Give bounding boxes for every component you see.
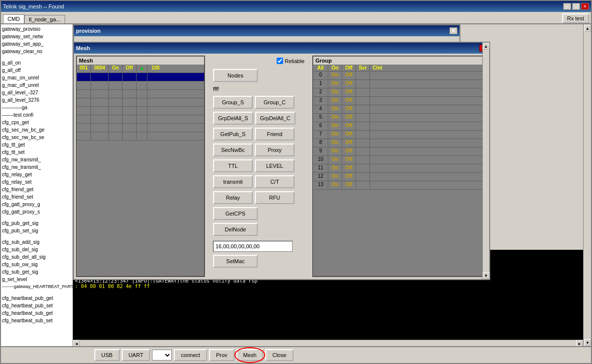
left-panel-item[interactable]: cfg_sub_ow_sig <box>2 261 72 268</box>
group-row[interactable]: 13 On Off <box>313 181 486 190</box>
left-panel-item[interactable]: cfg_heartbeat_pub_set <box>2 302 72 309</box>
friend-button[interactable]: Friend <box>255 128 295 141</box>
tab-cmd[interactable]: CMD <box>3 14 24 23</box>
group-row[interactable]: 0 On Off <box>313 72 486 80</box>
left-panel-item[interactable]: cfg_pub_set_sig <box>2 227 72 234</box>
group-cell-off[interactable]: Off <box>342 156 356 164</box>
group-row[interactable]: 8 On Off <box>313 139 486 147</box>
group-row[interactable]: 3 On Off <box>313 97 486 105</box>
group-cell-on[interactable]: On <box>328 122 342 130</box>
group-c-button[interactable]: Group_C <box>255 96 295 109</box>
group-cell-off[interactable]: Off <box>342 147 356 155</box>
proxy-button[interactable]: Proxy <box>255 144 295 156</box>
reliable-checkbox[interactable] <box>277 58 283 64</box>
group-cell-on[interactable]: On <box>328 173 342 181</box>
group-cell-on[interactable]: On <box>328 147 342 155</box>
group-cell-on[interactable]: On <box>328 181 342 189</box>
group-cell-on[interactable]: On <box>328 114 342 122</box>
left-panel-item[interactable]: g_all_level_3276 <box>2 96 72 104</box>
mesh-row[interactable] <box>77 115 204 124</box>
rx-test-button[interactable]: Rx test <box>562 13 589 23</box>
left-panel-item[interactable]: g_all_off <box>2 67 72 74</box>
group-cell-off[interactable]: Off <box>342 114 356 122</box>
left-panel-item[interactable]: cfg_cps_get <box>2 119 72 126</box>
ttl-button[interactable]: TTL <box>213 159 253 172</box>
group-cell-on[interactable]: On <box>328 97 342 105</box>
close-button[interactable]: ✕ <box>581 3 589 10</box>
left-panel-item[interactable]: g_set_level <box>2 276 72 283</box>
group-cell-on[interactable]: On <box>328 156 342 164</box>
left-panel-item[interactable]: cfg_sub_get_sig <box>2 268 72 276</box>
left-panel-item[interactable]: cfg_sec_nw_bc_se <box>2 134 72 141</box>
group-cell-off[interactable]: Off <box>342 181 356 189</box>
group-s-button[interactable]: Group_S <box>213 96 253 109</box>
group-row[interactable]: 5 On Off <box>313 114 486 122</box>
mesh-row[interactable] <box>77 107 204 115</box>
left-panel-item[interactable]: cfg_nw_transmit_ <box>2 163 72 171</box>
right-scroll-down[interactable]: ▼ <box>584 339 591 346</box>
grp-del-all-c-button[interactable]: GrpDelAll_C <box>255 112 296 125</box>
right-scroll-up[interactable]: ▲ <box>584 25 591 32</box>
left-panel-item[interactable]: g_all_level_-327 <box>2 89 72 96</box>
grp-del-all-s-button[interactable]: GrpDelAll_S <box>213 112 253 125</box>
scroll-up-btn[interactable]: ▲ <box>483 43 490 50</box>
group-cell-off[interactable]: Off <box>342 72 356 79</box>
left-panel-item[interactable]: gateway_set_app_ <box>2 40 72 48</box>
left-panel-item[interactable]: cfg_pub_get_sig <box>2 219 72 227</box>
mesh-row[interactable] <box>77 90 204 98</box>
group-row[interactable]: 9 On Off <box>313 147 486 156</box>
relay-button[interactable]: Relay <box>213 191 253 204</box>
left-panel-item[interactable]: cfg_ttl_set <box>2 148 72 156</box>
group-cell-on[interactable]: On <box>328 139 342 147</box>
group-row[interactable]: 11 On Off <box>313 164 486 173</box>
group-cell-on[interactable]: On <box>328 131 342 139</box>
left-panel-item[interactable]: cfg_friend_set <box>2 193 72 201</box>
left-panel-item[interactable]: cfg_heartbeat_sub_set <box>2 317 72 324</box>
group-row[interactable]: 2 On Off <box>313 88 486 97</box>
group-row[interactable]: 1 On Off <box>313 80 486 88</box>
left-panel-item[interactable]: cfg_relay_set <box>2 178 72 186</box>
close-status-button[interactable]: Close <box>265 349 293 361</box>
left-panel-item[interactable]: gateway_provisio <box>2 25 72 33</box>
mac-input[interactable] <box>213 241 293 252</box>
nodes-button[interactable]: Nodes <box>213 69 258 82</box>
tab-tl-node[interactable]: tl_node_ga... <box>24 15 65 23</box>
left-panel-item[interactable]: cfg_sec_nw_bc_ge <box>2 126 72 134</box>
group-cell-off[interactable]: Off <box>342 139 356 147</box>
usb-button[interactable]: USB <box>94 349 120 361</box>
maximize-button[interactable]: □ <box>572 3 580 10</box>
mesh-row[interactable] <box>77 98 204 107</box>
del-node-button[interactable]: DelNode <box>213 223 258 236</box>
left-panel-item[interactable]: cfg_sub_del_sig <box>2 246 72 253</box>
group-row[interactable]: 10 On Off <box>313 156 486 164</box>
group-cell-on[interactable]: On <box>328 164 342 172</box>
left-panel-item[interactable]: cfg_friend_get <box>2 186 72 193</box>
left-panel-item[interactable]: g_all_on <box>2 59 72 67</box>
mesh-row[interactable] <box>77 81 204 90</box>
left-panel-item[interactable]: gateway_set_netw <box>2 33 72 40</box>
minimize-button[interactable]: ─ <box>563 3 571 10</box>
group-cell-off[interactable]: Off <box>342 164 356 172</box>
group-cell-off[interactable]: Off <box>342 122 356 130</box>
level-button[interactable]: LEVEL <box>255 159 295 172</box>
left-panel-item[interactable]: g_mac_on_unrel <box>2 74 72 81</box>
scroll-down-btn[interactable]: ▼ <box>483 272 490 279</box>
left-panel-item[interactable]: cfg_gatt_proxy_g <box>2 201 72 208</box>
uart-select[interactable] <box>152 350 172 361</box>
left-panel-item[interactable]: cfg_relay_get <box>2 171 72 178</box>
left-panel-item[interactable]: g_mac_off_unrel <box>2 81 72 89</box>
group-cell-off[interactable]: Off <box>342 105 356 113</box>
group-cell-off[interactable]: Off <box>342 97 356 105</box>
left-panel-item[interactable]: cfg_sub_add_sig <box>2 238 72 246</box>
group-cell-on[interactable]: On <box>328 88 342 96</box>
prov-button[interactable]: Prov <box>209 349 234 361</box>
group-row[interactable]: 6 On Off <box>313 122 486 131</box>
provision-win-close[interactable]: ✕ <box>449 27 457 34</box>
group-cell-on[interactable]: On <box>328 105 342 113</box>
left-panel-item[interactable]: cfg_heartbeat_sub_get <box>2 309 72 317</box>
group-cell-off[interactable]: Off <box>342 131 356 139</box>
uart-button[interactable]: UART <box>122 349 150 361</box>
group-row[interactable]: 12 On Off <box>313 173 486 181</box>
group-row[interactable]: 7 On Off <box>313 131 486 139</box>
group-cell-off[interactable]: Off <box>342 88 356 96</box>
